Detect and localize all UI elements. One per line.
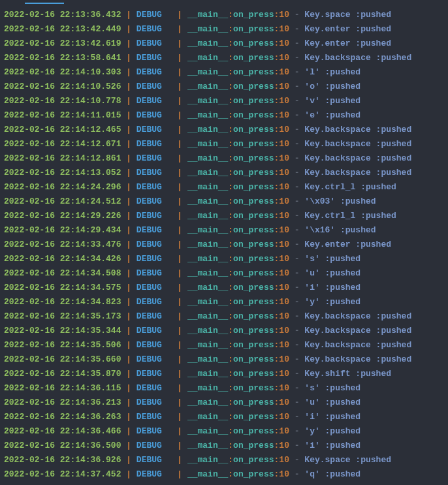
pipe-separator: | bbox=[177, 268, 187, 278]
log-function: on_press bbox=[233, 96, 274, 106]
log-line[interactable]: 2022-02-16 22:13:42.449 | DEBUG | __main… bbox=[4, 22, 444, 37]
log-level: DEBUG bbox=[136, 412, 177, 422]
log-timestamp: 2022-02-16 22:14:10.778 bbox=[4, 96, 121, 106]
log-lineno: 10 bbox=[279, 455, 289, 465]
log-function: on_press bbox=[233, 53, 274, 63]
pipe-separator: | bbox=[177, 254, 187, 264]
log-timestamp: 2022-02-16 22:14:36.466 bbox=[4, 426, 121, 436]
active-tab-indicator bbox=[25, 3, 64, 4]
log-level: DEBUG bbox=[136, 182, 177, 192]
colon-separator: : bbox=[228, 383, 233, 393]
log-timestamp: 2022-02-16 22:14:36.263 bbox=[4, 412, 121, 422]
dash-separator: - bbox=[289, 340, 304, 350]
log-line[interactable]: 2022-02-16 22:14:10.303 | DEBUG | __main… bbox=[4, 65, 444, 80]
log-line[interactable]: 2022-02-16 22:14:11.015 | DEBUG | __main… bbox=[4, 108, 444, 123]
log-message: 'u' :pushed bbox=[304, 268, 360, 278]
log-line[interactable]: 2022-02-16 22:14:36.466 | DEBUG | __main… bbox=[4, 424, 444, 439]
log-line[interactable]: 2022-02-16 22:14:35.660 | DEBUG | __main… bbox=[4, 352, 444, 367]
log-line[interactable]: 2022-02-16 22:14:24.296 | DEBUG | __main… bbox=[4, 180, 444, 195]
log-line[interactable]: 2022-02-16 22:14:37.452 | DEBUG | __main… bbox=[4, 467, 444, 482]
log-message: 'l' :pushed bbox=[304, 67, 360, 77]
log-line[interactable]: 2022-02-16 22:14:34.426 | DEBUG | __main… bbox=[4, 252, 444, 266]
pipe-separator: | bbox=[177, 24, 187, 34]
pipe-separator: | bbox=[121, 254, 136, 264]
log-function: on_press bbox=[233, 326, 274, 336]
log-line[interactable]: 2022-02-16 22:14:12.861 | DEBUG | __main… bbox=[4, 151, 444, 166]
log-line[interactable]: 2022-02-16 22:14:34.823 | DEBUG | __main… bbox=[4, 295, 444, 309]
tab-bar[interactable] bbox=[4, 3, 444, 7]
log-line[interactable]: 2022-02-16 22:14:29.226 | DEBUG | __main… bbox=[4, 209, 444, 223]
log-function: on_press bbox=[233, 398, 274, 407]
colon-separator: : bbox=[228, 82, 233, 91]
log-function: on_press bbox=[233, 297, 274, 307]
log-module: __main__ bbox=[187, 426, 228, 436]
log-line[interactable]: 2022-02-16 22:14:10.526 | DEBUG | __main… bbox=[4, 80, 444, 94]
log-lineno: 10 bbox=[279, 125, 289, 134]
colon-separator: : bbox=[228, 225, 233, 235]
log-timestamp: 2022-02-16 22:14:12.861 bbox=[4, 153, 121, 163]
log-line[interactable]: 2022-02-16 22:14:33.476 | DEBUG | __main… bbox=[4, 238, 444, 252]
log-line[interactable]: 2022-02-16 22:14:35.506 | DEBUG | __main… bbox=[4, 338, 444, 352]
log-timestamp: 2022-02-16 22:14:35.506 bbox=[4, 340, 121, 350]
log-module: __main__ bbox=[187, 67, 228, 77]
log-timestamp: 2022-02-16 22:13:42.449 bbox=[4, 24, 121, 34]
pipe-separator: | bbox=[177, 67, 187, 77]
log-line[interactable]: 2022-02-16 22:14:10.778 | DEBUG | __main… bbox=[4, 94, 444, 108]
log-line[interactable]: 2022-02-16 22:14:13.052 | DEBUG | __main… bbox=[4, 166, 444, 180]
log-line[interactable]: 2022-02-16 22:14:36.500 | DEBUG | __main… bbox=[4, 439, 444, 453]
log-lineno: 10 bbox=[279, 67, 289, 77]
log-lineno: 10 bbox=[279, 469, 289, 479]
log-timestamp: 2022-02-16 22:13:36.432 bbox=[4, 10, 121, 20]
log-message: Key.backspace :pushed bbox=[304, 125, 411, 134]
log-line[interactable]: 2022-02-16 22:14:24.512 | DEBUG | __main… bbox=[4, 195, 444, 209]
pipe-separator: | bbox=[121, 153, 136, 163]
log-line[interactable]: 2022-02-16 22:13:58.641 | DEBUG | __main… bbox=[4, 51, 444, 65]
colon-separator: : bbox=[228, 268, 233, 278]
log-line[interactable]: 2022-02-16 22:14:36.115 | DEBUG | __main… bbox=[4, 381, 444, 396]
log-line[interactable]: 2022-02-16 22:14:12.465 | DEBUG | __main… bbox=[4, 123, 444, 137]
log-lineno: 10 bbox=[279, 53, 289, 63]
log-line[interactable]: 2022-02-16 22:13:42.619 | DEBUG | __main… bbox=[4, 37, 444, 51]
dash-separator: - bbox=[289, 469, 304, 479]
log-line[interactable]: 2022-02-16 22:14:36.213 | DEBUG | __main… bbox=[4, 396, 444, 410]
log-level: DEBUG bbox=[136, 326, 177, 336]
log-line[interactable]: 2022-02-16 22:14:35.870 | DEBUG | __main… bbox=[4, 367, 444, 381]
pipe-separator: | bbox=[177, 340, 187, 350]
log-message: Key.shift :pushed bbox=[304, 369, 391, 379]
log-function: on_press bbox=[233, 110, 274, 120]
log-message: Key.backspace :pushed bbox=[304, 311, 411, 321]
log-function: on_press bbox=[233, 139, 274, 149]
log-line[interactable]: 2022-02-16 22:14:35.173 | DEBUG | __main… bbox=[4, 309, 444, 324]
log-level: DEBUG bbox=[136, 297, 177, 307]
dash-separator: - bbox=[289, 398, 304, 407]
colon-separator: : bbox=[228, 398, 233, 407]
log-line[interactable]: 2022-02-16 22:14:12.671 | DEBUG | __main… bbox=[4, 137, 444, 151]
log-line[interactable]: 2022-02-16 22:14:35.344 | DEBUG | __main… bbox=[4, 324, 444, 338]
log-message: 'i' :pushed bbox=[304, 441, 360, 450]
pipe-separator: | bbox=[177, 139, 187, 149]
log-level: DEBUG bbox=[136, 225, 177, 235]
log-line[interactable]: 2022-02-16 22:14:36.926 | DEBUG | __main… bbox=[4, 453, 444, 467]
colon-separator: : bbox=[228, 182, 233, 192]
dash-separator: - bbox=[289, 383, 304, 393]
log-level: DEBUG bbox=[136, 240, 177, 249]
log-lineno: 10 bbox=[279, 182, 289, 192]
log-line[interactable]: 2022-02-16 22:14:36.263 | DEBUG | __main… bbox=[4, 410, 444, 424]
log-lineno: 10 bbox=[279, 426, 289, 436]
log-lineno: 10 bbox=[279, 254, 289, 264]
log-line[interactable]: 2022-02-16 22:13:36.432 | DEBUG | __main… bbox=[4, 8, 444, 22]
log-message: Key.space :pushed bbox=[304, 455, 391, 465]
pipe-separator: | bbox=[121, 39, 136, 48]
log-line[interactable]: 2022-02-16 22:14:34.508 | DEBUG | __main… bbox=[4, 266, 444, 281]
log-line[interactable]: 2022-02-16 22:14:29.434 | DEBUG | __main… bbox=[4, 223, 444, 238]
dash-separator: - bbox=[289, 82, 304, 91]
log-level: DEBUG bbox=[136, 383, 177, 393]
log-output[interactable]: 2022-02-16 22:13:36.432 | DEBUG | __main… bbox=[4, 8, 444, 482]
log-module: __main__ bbox=[187, 110, 228, 120]
log-level: DEBUG bbox=[136, 426, 177, 436]
log-level: DEBUG bbox=[136, 168, 177, 178]
pipe-separator: | bbox=[121, 196, 136, 206]
log-message: 'y' :pushed bbox=[304, 426, 360, 436]
log-function: on_press bbox=[233, 340, 274, 350]
log-line[interactable]: 2022-02-16 22:14:34.575 | DEBUG | __main… bbox=[4, 281, 444, 295]
